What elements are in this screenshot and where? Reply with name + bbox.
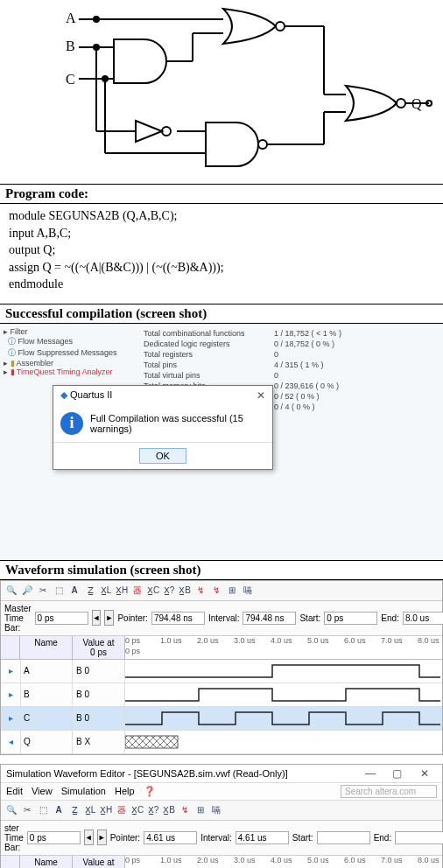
signal-name[interactable]: C <box>20 707 73 731</box>
end-label: End: <box>381 613 399 623</box>
timebar-input[interactable] <box>27 831 81 844</box>
timebar-label: ster Time Bar: <box>4 823 24 852</box>
tool-icon[interactable]: ⬚ <box>36 803 50 817</box>
tool-icon[interactable]: X̲C <box>146 584 160 598</box>
zoom-icon[interactable]: 🔍 <box>4 584 18 598</box>
close-icon[interactable]: ✕ <box>412 767 437 780</box>
tool-icon[interactable]: X̲B <box>178 584 192 598</box>
tool-icon[interactable]: X̲L <box>83 803 97 817</box>
menu-help[interactable]: Help <box>115 786 135 796</box>
next-button[interactable]: ► <box>104 610 114 626</box>
help-icon[interactable]: ❓ <box>144 786 156 797</box>
pointer-label: Pointer: <box>110 833 140 843</box>
code-line: module SEGUNSA2B (Q,A,B,C); <box>9 207 434 225</box>
tool-icon[interactable]: Z̲ <box>67 803 81 817</box>
tool-icon[interactable]: X̲H <box>99 803 113 817</box>
tree-item[interactable]: ▸ Filter <box>4 327 135 336</box>
signal-value: B 0 <box>73 683 125 707</box>
start-input[interactable] <box>324 612 377 625</box>
info-icon: ⓘ <box>8 337 16 346</box>
tool-icon[interactable]: ↯ <box>209 584 223 598</box>
tool-icon[interactable]: X̲C <box>130 803 144 817</box>
timebar: Master Time Bar: ◄ ► Pointer: Interval: … <box>1 601 442 636</box>
waveform-toolbar: 🔍 🔎 ✂ ⬚ A Z̲ X̲L X̲H 器 X̲C X̲? X̲B ↯ ↯ ⊞… <box>1 581 442 601</box>
timebar-input[interactable] <box>35 612 88 625</box>
zoom-icon[interactable]: 🔍 <box>4 803 18 817</box>
ok-button[interactable]: OK <box>139 448 186 464</box>
minimize-icon[interactable]: — <box>358 767 383 780</box>
tool-icon[interactable]: ✂ <box>20 803 34 817</box>
tool-icon[interactable]: X̲? <box>146 803 160 817</box>
tool-icon[interactable]: 器 <box>130 584 144 598</box>
search-input[interactable]: Search altera.com <box>341 785 437 798</box>
col-name: Name <box>20 636 73 660</box>
tool-icon[interactable]: X̲H <box>115 584 129 598</box>
tool-icon[interactable]: ⬚ <box>52 584 66 598</box>
interval-input[interactable] <box>243 612 296 625</box>
tool-icon[interactable]: X̲L <box>99 584 113 598</box>
signal-name[interactable]: B <box>20 683 73 707</box>
tool-icon[interactable]: 嗝 <box>241 584 255 598</box>
tree-item[interactable]: ⓘ Flow Suppressed Messages <box>4 347 135 359</box>
signal-name[interactable]: Q <box>20 731 73 754</box>
tool-icon[interactable]: Z̲ <box>83 584 97 598</box>
svg-point-11 <box>276 22 285 31</box>
tree-item[interactable]: ▸ ▮ Assembler <box>4 359 135 368</box>
end-input[interactable] <box>403 612 443 625</box>
tool-icon[interactable]: ↯ <box>178 803 192 817</box>
interval-label: Interval: <box>208 613 240 623</box>
tool-icon[interactable]: 嗝 <box>209 803 223 817</box>
maximize-icon[interactable]: ▢ <box>385 767 410 780</box>
signal-wave-A[interactable] <box>125 660 442 683</box>
svg-point-25 <box>397 99 405 108</box>
waveform-toolbar: 🔍 ✂ ⬚ A Z̲ X̲L X̲H 器 X̲C X̲? X̲B ↯ ⊞ 嗝 <box>1 801 442 821</box>
signal-wave-C[interactable] <box>125 707 442 731</box>
next-button[interactable]: ► <box>97 830 107 845</box>
col-name: Name <box>20 856 73 868</box>
tool-icon[interactable]: ✂ <box>36 584 50 598</box>
window-title: Simulation Waveform Editor - [SEGUNSA2B.… <box>6 768 288 779</box>
signal-out-icon: ◂ <box>1 731 21 754</box>
menubar: Edit View Simulation Help ❓ Search alter… <box>1 783 442 801</box>
signal-name[interactable]: A <box>20 660 73 683</box>
signal-wave-Q[interactable] <box>125 731 442 754</box>
waveform-window-1: 🔍 🔎 ✂ ⬚ A Z̲ X̲L X̲H 器 X̲C X̲? X̲B ↯ ↯ ⊞… <box>0 580 443 755</box>
time-ruler: 0 ps 0 ps 1.0 us 2.0 us 3.0 us 4.0 us 5.… <box>125 636 442 660</box>
circuit-diagram: A B C Q <box>0 0 443 184</box>
tool-icon[interactable]: X̲? <box>162 584 176 598</box>
tree-item[interactable]: ⓘ Flow Messages <box>4 336 135 347</box>
waveform-grid: Name Value at 0 ps 0 ps 0 ps 1.0 us 2.0 … <box>1 856 442 868</box>
text-icon[interactable]: A <box>67 584 81 598</box>
prev-button[interactable]: ◄ <box>84 830 94 845</box>
menu-edit[interactable]: Edit <box>6 786 23 796</box>
section-compilation: Successful compilation (screen shot) <box>0 304 443 324</box>
menu-view[interactable]: View <box>32 786 53 796</box>
time-ruler: 0 ps 0 ps 1.0 us 2.0 us 3.0 us 4.0 us 5.… <box>125 856 442 868</box>
prev-button[interactable]: ◄ <box>92 610 102 626</box>
close-icon[interactable]: ✕ <box>257 389 265 402</box>
pointer-input[interactable] <box>144 831 197 844</box>
label-B: B <box>66 38 75 53</box>
signal-wave-B[interactable] <box>125 683 442 707</box>
tree-item[interactable]: ▸ ▮ TimeQuest Timing Analyzer <box>4 368 135 376</box>
pointer-input[interactable] <box>151 612 205 625</box>
signal-value: B X <box>73 731 125 754</box>
tool-icon[interactable]: X̲B <box>162 803 176 817</box>
tool-icon[interactable]: ⊞ <box>193 803 207 817</box>
program-code-block: module SEGUNSA2B (Q,A,B,C); input A,B,C;… <box>0 204 443 304</box>
interval-input[interactable] <box>236 831 289 844</box>
end-input[interactable] <box>395 831 443 844</box>
timebar-label: Master Time Bar: <box>4 604 32 633</box>
tool-icon[interactable]: 器 <box>115 803 129 817</box>
text-icon[interactable]: A <box>52 803 66 817</box>
tool-icon[interactable]: ↯ <box>193 584 207 598</box>
tool-icon[interactable]: ⊞ <box>225 584 239 598</box>
dialog-message: Full Compilation was successful (15 warn… <box>90 413 265 434</box>
menu-simulation[interactable]: Simulation <box>61 786 106 796</box>
start-input[interactable] <box>317 831 370 844</box>
code-line: input A,B,C; <box>9 225 434 242</box>
info-icon: i <box>60 412 83 435</box>
signal-in-icon: ▸ <box>1 707 21 731</box>
zoom-out-icon[interactable]: 🔎 <box>20 584 34 598</box>
compilation-success-dialog: ◆ Quartus II ✕ i Full Compilation was su… <box>53 385 273 470</box>
